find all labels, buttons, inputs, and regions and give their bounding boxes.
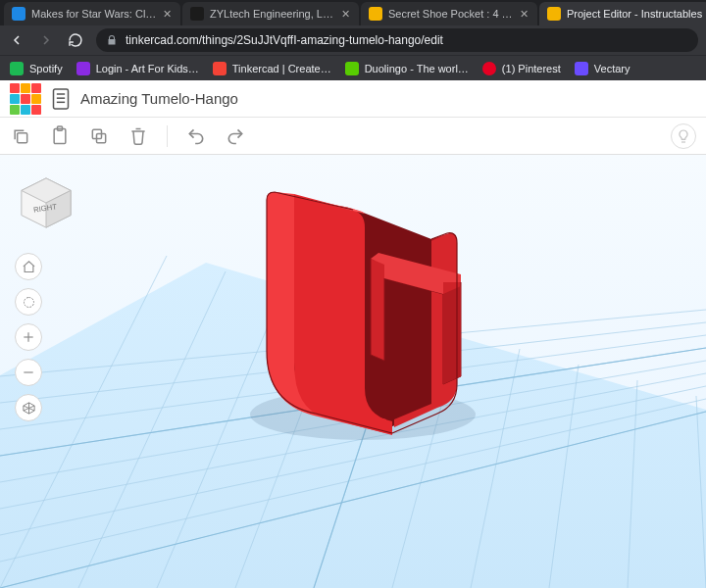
undo-button[interactable] xyxy=(185,125,207,147)
tab-title: Makes for Star Wars: Clone Ai… xyxy=(31,8,157,20)
tinkercad-logo[interactable] xyxy=(10,83,41,115)
workplane-grid xyxy=(0,155,706,588)
svg-rect-4 xyxy=(18,132,27,142)
close-icon[interactable]: ✕ xyxy=(163,8,173,21)
tab-3[interactable]: Project Editor - Instructables xyxy=(539,2,706,25)
home-view-button[interactable] xyxy=(15,253,42,280)
forward-button[interactable] xyxy=(37,31,55,49)
delete-button[interactable] xyxy=(127,125,149,147)
bookmark-pinterest[interactable]: (1) Pinterest xyxy=(482,62,561,75)
bookmark-spotify[interactable]: Spotify xyxy=(10,62,63,75)
ortho-toggle-button[interactable] xyxy=(15,394,42,421)
svg-rect-36 xyxy=(24,297,33,307)
bookmark-artforkids[interactable]: Login - Art For Kids… xyxy=(76,62,199,75)
browser-chrome: Makes for Star Wars: Clone Ai… ✕ ZYLtech… xyxy=(0,0,706,80)
bookmark-tinkercad[interactable]: Tinkercad | Create… xyxy=(213,62,331,75)
duplicate-button[interactable] xyxy=(88,125,110,147)
bookmarks-bar: Spotify Login - Art For Kids… Tinkercad … xyxy=(0,55,706,80)
bookmark-label: Tinkercad | Create… xyxy=(232,63,331,74)
hints-button[interactable] xyxy=(671,123,696,149)
view-nav-column xyxy=(15,253,42,421)
tinkercad-header: Amazing Tumelo-Hango xyxy=(0,80,706,118)
bookmark-label: Login - Art For Kids… xyxy=(96,63,199,74)
lock-icon xyxy=(106,34,118,46)
bookmark-label: Duolingo - The worl… xyxy=(365,63,469,74)
tinkercad-toolbar xyxy=(0,118,706,155)
favicon-icon xyxy=(10,62,24,75)
close-icon[interactable]: ✕ xyxy=(341,8,351,21)
view-cube[interactable]: RIGHT xyxy=(18,174,75,231)
redo-button[interactable] xyxy=(225,125,246,147)
favicon-icon xyxy=(345,62,359,75)
bookmark-label: (1) Pinterest xyxy=(502,63,561,74)
tab-title: Project Editor - Instructables xyxy=(567,8,702,20)
toolbar-separator xyxy=(167,125,168,147)
bookmark-label: Vectary xyxy=(594,63,630,74)
tab-strip: Makes for Star Wars: Clone Ai… ✕ ZYLtech… xyxy=(0,0,706,25)
project-title[interactable]: Amazing Tumelo-Hango xyxy=(80,90,238,107)
favicon-icon xyxy=(190,7,204,21)
favicon-icon xyxy=(575,62,588,75)
zoom-in-button[interactable] xyxy=(15,323,42,351)
bookmark-label: Spotify xyxy=(29,63,63,74)
close-icon[interactable]: ✕ xyxy=(520,8,530,21)
viewport-3d[interactable]: RIGHT xyxy=(0,155,706,588)
favicon-icon xyxy=(76,62,90,75)
reload-button[interactable] xyxy=(67,31,84,49)
model-3d[interactable] xyxy=(267,192,461,435)
tab-0[interactable]: Makes for Star Wars: Clone Ai… ✕ xyxy=(4,2,180,25)
favicon-icon xyxy=(213,62,227,75)
url-text: tinkercad.com/things/2SuJJtVqffI-amazing… xyxy=(126,33,443,47)
favicon-icon xyxy=(547,7,561,21)
bookmark-duolingo[interactable]: Duolingo - The worl… xyxy=(345,62,469,75)
omnibox[interactable]: tinkercad.com/things/2SuJJtVqffI-amazing… xyxy=(96,28,698,52)
bookmark-vectary[interactable]: Vectary xyxy=(575,62,630,75)
address-bar: tinkercad.com/things/2SuJJtVqffI-amazing… xyxy=(0,25,706,55)
tab-1[interactable]: ZYLtech Engineering, LLC - Sho… ✕ xyxy=(182,2,359,25)
tab-2[interactable]: Secret Shoe Pocket : 4 Steps - I… ✕ xyxy=(361,2,537,25)
document-list-icon[interactable] xyxy=(51,87,71,111)
back-button[interactable] xyxy=(8,31,25,49)
fit-view-button[interactable] xyxy=(15,288,42,316)
favicon-icon xyxy=(12,7,25,21)
copy-button[interactable] xyxy=(10,125,31,147)
paste-button[interactable] xyxy=(49,125,71,147)
tab-title: ZYLtech Engineering, LLC - Sho… xyxy=(210,8,335,20)
tab-title: Secret Shoe Pocket : 4 Steps - I… xyxy=(388,8,514,20)
zoom-out-button[interactable] xyxy=(15,359,42,386)
svg-rect-0 xyxy=(54,89,69,109)
favicon-icon xyxy=(369,7,382,21)
favicon-icon xyxy=(482,62,496,75)
